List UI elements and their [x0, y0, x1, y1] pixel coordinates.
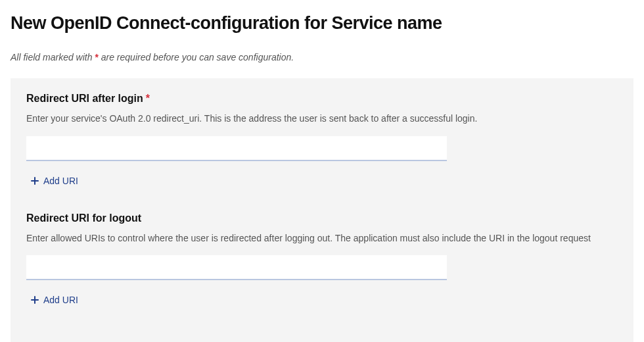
add-login-uri-button[interactable]: Add URI	[26, 173, 82, 189]
add-logout-uri-label: Add URI	[43, 295, 78, 305]
login-redirect-help-text: Enter your service's OAuth 2.0 redirect_…	[26, 112, 618, 126]
login-redirect-field-group: Redirect URI after login * Enter your se…	[26, 93, 618, 189]
page-title: New OpenID Connect-configuration for Ser…	[11, 13, 633, 34]
required-note-suffix: are required before you can save configu…	[99, 52, 294, 62]
required-fields-note: All field marked with * are required bef…	[11, 52, 633, 62]
add-login-uri-label: Add URI	[43, 176, 78, 186]
oidc-config-form: Redirect URI after login * Enter your se…	[11, 78, 633, 342]
logout-redirect-uri-input[interactable]	[26, 255, 447, 280]
plus-icon	[30, 176, 39, 185]
login-redirect-uri-input[interactable]	[26, 136, 447, 161]
add-logout-uri-button[interactable]: Add URI	[26, 292, 82, 308]
required-note-prefix: All field marked with	[11, 52, 95, 62]
required-asterisk-icon: *	[146, 93, 150, 105]
plus-icon	[30, 295, 39, 305]
login-redirect-label: Redirect URI after login *	[26, 93, 618, 105]
login-redirect-label-text: Redirect URI after login	[26, 93, 143, 105]
logout-redirect-field-group: Redirect URI for logout Enter allowed UR…	[26, 212, 618, 308]
logout-redirect-help-text: Enter allowed URIs to control where the …	[26, 232, 618, 245]
logout-redirect-label: Redirect URI for logout	[26, 212, 618, 224]
logout-redirect-label-text: Redirect URI for logout	[26, 212, 141, 224]
